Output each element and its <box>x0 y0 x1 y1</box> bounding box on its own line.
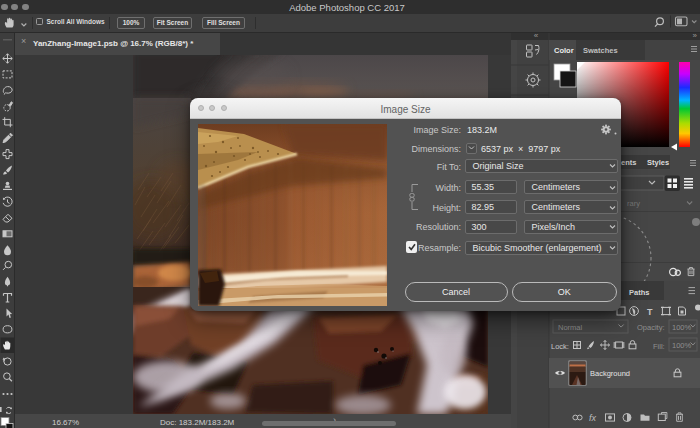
svg-text:Swatches: Swatches <box>583 46 618 55</box>
svg-text:ents: ents <box>621 158 636 167</box>
svg-text:Paths: Paths <box>629 288 649 297</box>
svg-text:100%: 100% <box>672 323 692 332</box>
svg-text:100%: 100% <box>672 341 692 350</box>
svg-text:Lock:: Lock: <box>551 342 569 351</box>
svg-text:Styles: Styles <box>647 158 669 167</box>
svg-text:«: « <box>534 33 539 40</box>
svg-text:»: » <box>693 33 698 40</box>
svg-text:Opacity:: Opacity: <box>637 323 665 332</box>
svg-text:T: T <box>647 307 653 317</box>
svg-text:Background: Background <box>590 369 630 378</box>
svg-text:Color: Color <box>554 46 574 55</box>
svg-text:rary: rary <box>627 199 640 208</box>
svg-text:Fill:: Fill: <box>653 342 665 351</box>
svg-text:fx: fx <box>589 413 597 423</box>
svg-text:Normal: Normal <box>558 323 583 332</box>
